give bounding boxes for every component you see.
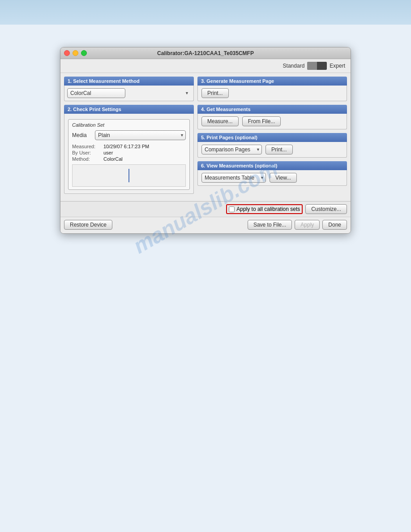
calibration-info: Measured: 10/29/07 6:17:23 PM By User: u… [72, 144, 186, 162]
close-button[interactable] [64, 50, 70, 56]
preview-bar [128, 169, 129, 182]
section6: 6. View Measurements (optional) Measurem… [197, 161, 347, 186]
pages-select-wrapper: Comparison Pages ▼ [201, 145, 262, 154]
apply-all-highlighted: Apply to all calibration sets [226, 204, 303, 214]
method-dropdown-arrow: ▼ [185, 91, 189, 95]
measured-value: 10/29/07 6:17:23 PM [103, 144, 149, 149]
section3-header: 3. Generate Measurement Page [197, 77, 347, 86]
title-bar: Calibrator:GA-1210CAA1_Te035CMFP [60, 47, 351, 59]
section1-header: 1. Select Measurement Method [64, 77, 194, 86]
method-row: Method: ColorCal [72, 156, 186, 162]
section3-content: Print... [197, 86, 347, 101]
page-content: manualslib.com Calibrator:GA-1210CAA1_Te… [0, 25, 411, 234]
section4-header: 4. Get Measurements [197, 105, 347, 114]
view-select-wrapper: Measurements Table ▼ [201, 173, 266, 183]
right-panel: 3. Generate Measurement Page Print... 4.… [197, 77, 347, 197]
calibration-set-title: Calibration Set [72, 122, 186, 128]
byuser-value: user [103, 150, 113, 155]
done-button[interactable]: Done [322, 220, 347, 230]
print-pages-button[interactable]: Print... [265, 145, 293, 154]
fromfile-button[interactable]: From File... [242, 116, 281, 126]
section4: 4. Get Measurements Measure... From File… [197, 105, 347, 129]
apply-all-checkbox[interactable] [229, 206, 235, 212]
media-row: Media Plain ▼ [72, 130, 186, 140]
restore-device-button[interactable]: Restore Device [64, 220, 112, 230]
measured-label: Measured: [72, 144, 103, 149]
view-button[interactable]: View... [270, 173, 297, 183]
measure-button[interactable]: Measure... [201, 116, 239, 126]
calibration-set-box: Calibration Set Media Plain ▼ [68, 119, 190, 190]
bottom-bar: Apply to all calibration sets Customize.… [60, 201, 351, 217]
section2-content: Calibration Set Media Plain ▼ [64, 114, 194, 194]
method-dropdown-wrapper: ColorCal ▼ [67, 88, 191, 98]
save-to-file-button[interactable]: Save to File... [248, 220, 292, 230]
method-info-value: ColorCal [103, 156, 123, 162]
window-title: Calibrator:GA-1210CAA1_Te035CMFP [157, 50, 254, 56]
toggle-left [307, 62, 317, 70]
minimize-button[interactable] [73, 50, 78, 56]
pages-dropdown[interactable]: Comparison Pages [201, 145, 262, 154]
left-panel: 1. Select Measurement Method ColorCal ▼ … [64, 77, 194, 197]
section3: 3. Generate Measurement Page Print... [197, 77, 347, 101]
maximize-button[interactable] [81, 50, 87, 56]
standard-label: Standard [283, 63, 305, 69]
app-window: Calibrator:GA-1210CAA1_Te035CMFP Standar… [60, 47, 351, 234]
measured-row: Measured: 10/29/07 6:17:23 PM [72, 144, 186, 149]
mode-toggle[interactable] [307, 62, 327, 70]
section2-header: 2. Check Print Settings [64, 105, 194, 114]
traffic-lights [64, 50, 87, 56]
byuser-row: By User: user [72, 150, 186, 155]
media-select-wrapper: Plain ▼ [95, 130, 186, 140]
apply-button[interactable]: Apply [295, 220, 320, 230]
section6-content: Measurements Table ▼ View... [197, 170, 347, 186]
section1-content: ColorCal ▼ [64, 86, 194, 101]
byuser-label: By User: [72, 150, 103, 155]
section5-content: Comparison Pages ▼ Print... [197, 142, 347, 158]
toggle-right [317, 62, 327, 70]
customize-button[interactable]: Customize... [305, 204, 347, 214]
print-page-button[interactable]: Print... [201, 88, 229, 98]
view-dropdown[interactable]: Measurements Table [201, 173, 266, 183]
calibration-preview [72, 164, 186, 187]
section6-header: 6. View Measurements (optional) [197, 161, 347, 170]
method-info-label: Method: [72, 156, 103, 162]
footer-bar: Restore Device Save to File... Apply Don… [60, 217, 351, 233]
section5-header: 5. Print Pages (optional) [197, 133, 347, 142]
expert-label: Expert [330, 63, 345, 69]
top-bar [0, 0, 411, 25]
media-dropdown[interactable]: Plain [95, 130, 186, 140]
toolbar-row: Standard Expert [60, 59, 351, 73]
main-content: 1. Select Measurement Method ColorCal ▼ … [60, 73, 351, 201]
section2: 2. Check Print Settings Calibration Set … [64, 105, 194, 194]
section4-content: Measure... From File... [197, 114, 347, 129]
media-label: Media [72, 132, 92, 138]
section1: 1. Select Measurement Method ColorCal ▼ [64, 77, 194, 101]
apply-all-label: Apply to all calibration sets [236, 206, 300, 212]
method-dropdown[interactable]: ColorCal [67, 88, 125, 98]
section5: 5. Print Pages (optional) Comparison Pag… [197, 133, 347, 158]
media-dropdown-wrapper: Plain ▼ [95, 130, 186, 140]
